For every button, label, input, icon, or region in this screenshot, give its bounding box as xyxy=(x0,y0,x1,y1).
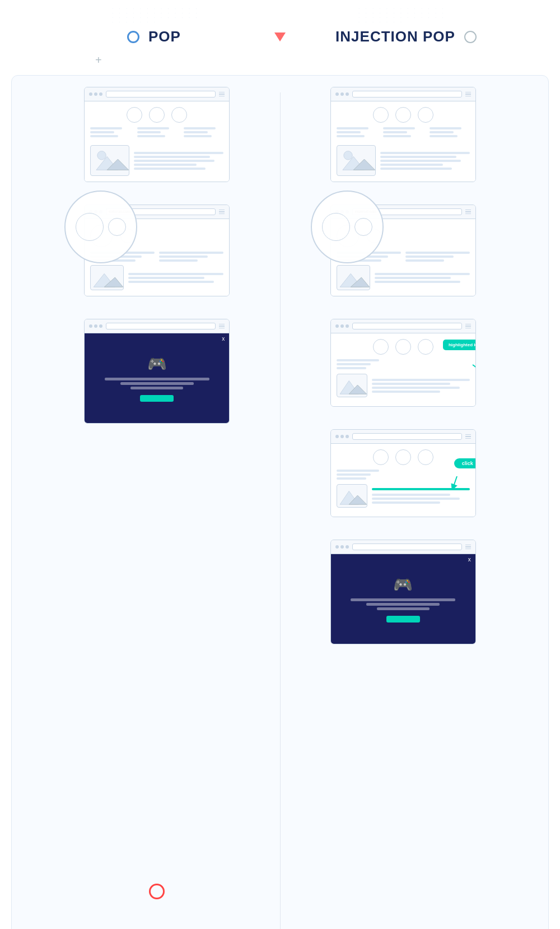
content-circle-1 xyxy=(127,107,142,123)
inj-click-circle-1 xyxy=(373,449,389,465)
inj-dot-15 xyxy=(346,545,349,549)
inj-popup-line-2 xyxy=(366,603,440,606)
inj-browser-5: x 🎮 xyxy=(330,540,476,644)
inj-menu-icon-1 xyxy=(465,92,471,97)
image-placeholder-2 xyxy=(90,265,124,290)
pop-browser-1 xyxy=(84,87,230,182)
content-circle-2 xyxy=(149,107,165,123)
inj-image-2 xyxy=(337,265,370,290)
browser-dot-9 xyxy=(99,324,102,328)
inj-menu-icon-3 xyxy=(465,324,471,329)
browser-dot-3 xyxy=(99,92,102,96)
inj-dot-14 xyxy=(340,545,344,549)
gamepad-icon: 🎮 xyxy=(147,355,167,373)
inj-click-circle-2 xyxy=(395,449,411,465)
inj-dot-2 xyxy=(340,92,344,96)
inj-kw-circle-1 xyxy=(373,339,389,355)
inj-circle-2 xyxy=(395,107,411,123)
mag-circle-small xyxy=(108,218,126,236)
content-circle-3 xyxy=(171,107,187,123)
triangle-icon xyxy=(274,32,286,41)
inj-url-bar-5 xyxy=(352,544,462,550)
inj-browser-3-wrapper: highlighted keyword xyxy=(330,319,476,407)
circle-outline-icon xyxy=(464,31,477,43)
svg-point-2 xyxy=(97,151,106,160)
tooltip-arrow xyxy=(470,362,476,379)
magnifier-circle xyxy=(64,191,137,263)
injection-pop-title: INJECTION POP xyxy=(335,28,455,45)
inj-dot-11 xyxy=(340,435,344,438)
browser-menu-icon xyxy=(219,92,225,97)
browser-dot-8 xyxy=(94,324,97,328)
url-bar-3 xyxy=(106,323,216,329)
inj-browser-2-wrapper: enterurl.com xyxy=(325,205,482,296)
pop-browser-3: x 🎮 xyxy=(84,319,230,424)
inj-url-bar-3 xyxy=(352,323,462,329)
inj-menu-icon-2 xyxy=(465,210,471,215)
pop-title: POP xyxy=(148,28,181,45)
inj-click-circle-3 xyxy=(418,449,433,465)
popup-overlay: x 🎮 xyxy=(85,333,229,423)
inj-popup-overlay: x 🎮 xyxy=(331,554,475,644)
inj-menu-icon-4 xyxy=(465,434,471,439)
click-badge: click xyxy=(454,458,476,468)
pop-browser-2-wrapper: enterurl.com xyxy=(78,205,235,296)
inj-circle-1 xyxy=(373,107,389,123)
click-arrow xyxy=(450,476,464,490)
inj-url-bar-1 xyxy=(352,91,462,97)
inj-dot-9 xyxy=(346,324,349,328)
inj-dot-12 xyxy=(346,435,349,438)
browser-dot-2 xyxy=(94,92,97,96)
popup-button[interactable] xyxy=(140,395,174,402)
image-placeholder xyxy=(90,145,129,176)
inj-browser-1 xyxy=(330,87,476,182)
highlighted-keyword-text: highlighted keyword xyxy=(449,342,476,347)
inj-image-3 xyxy=(337,374,367,397)
inj-mag-sm xyxy=(354,218,372,236)
click-text: click xyxy=(462,461,473,466)
popup-line-2 xyxy=(120,382,194,385)
inj-circle-3 xyxy=(418,107,433,123)
browser-menu-icon-2 xyxy=(219,210,225,215)
popup-line-1 xyxy=(105,378,209,380)
svg-point-7 xyxy=(344,151,352,160)
browser-dot-1 xyxy=(89,92,92,96)
inj-popup-line-1 xyxy=(351,598,455,601)
browser-menu-icon-3 xyxy=(219,324,225,329)
inj-image-1 xyxy=(337,145,376,176)
browser-dot-7 xyxy=(89,324,92,328)
blue-circle-icon xyxy=(127,31,139,43)
inj-magnifier-circle xyxy=(311,191,384,263)
inj-browser-4-wrapper: click xyxy=(330,429,476,517)
inj-popup-line-3 xyxy=(377,607,430,610)
popup-line-3 xyxy=(130,387,183,389)
inj-popup-button[interactable] xyxy=(386,616,420,623)
plus-icon-left: + xyxy=(95,54,102,67)
popup-close-btn[interactable]: x xyxy=(222,336,225,342)
inj-gamepad-icon: 🎮 xyxy=(393,575,413,594)
inj-dot-7 xyxy=(335,324,339,328)
mag-circle-large xyxy=(76,213,104,241)
inj-browser-3: highlighted keyword xyxy=(330,319,476,407)
inj-image-4 xyxy=(337,484,367,508)
url-bar-1 xyxy=(106,91,216,97)
inj-kw-circle-2 xyxy=(395,339,411,355)
inj-dot-1 xyxy=(335,92,339,96)
inj-dot-8 xyxy=(340,324,344,328)
inj-kw-circle-3 xyxy=(418,339,433,355)
pop-column: enterurl.com xyxy=(34,87,280,929)
injection-pop-column: enterurl.com xyxy=(281,87,526,929)
highlighted-keyword-badge: highlighted keyword xyxy=(443,340,476,350)
inj-url-bar-4 xyxy=(352,433,462,440)
inj-dot-10 xyxy=(335,435,339,438)
inj-popup-close[interactable]: x xyxy=(468,556,471,563)
inj-dot-3 xyxy=(346,92,349,96)
inj-menu-icon-5 xyxy=(465,545,471,550)
inj-mag-lg xyxy=(322,213,350,241)
inj-browser-4: click xyxy=(330,429,476,517)
inj-dot-13 xyxy=(335,545,339,549)
red-circle-deco xyxy=(149,884,165,899)
